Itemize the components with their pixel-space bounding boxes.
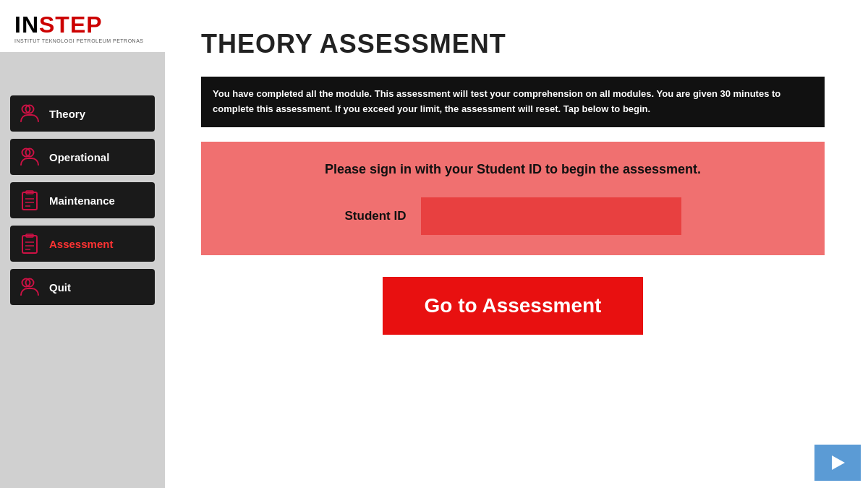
sidebar-item-label-maintenance: Maintenance <box>49 194 115 207</box>
logo-step: STEP <box>39 12 103 38</box>
sidebar: INSTEP Institut Teknologi Petroleum Petr… <box>0 0 165 488</box>
clipboard-icon-maintenance <box>17 188 42 213</box>
sidebar-item-quit[interactable]: Quit <box>10 269 155 305</box>
person-icon <box>17 101 42 126</box>
svg-rect-4 <box>22 192 37 210</box>
clipboard-icon-assessment <box>17 231 42 256</box>
sidebar-item-assessment[interactable]: Assessment <box>10 226 155 262</box>
main-content: THEORY ASSESSMENT You have completed all… <box>165 0 868 488</box>
signin-prompt: Please sign in with your Student ID to b… <box>223 162 803 177</box>
logo-area: INSTEP Institut Teknologi Petroleum Petr… <box>0 0 165 52</box>
logo: INSTEP <box>14 13 103 36</box>
logo-subtitle: Institut Teknologi Petroleum Petronas <box>14 38 144 43</box>
student-id-row: Student ID <box>223 197 803 235</box>
logo-in: IN <box>14 12 39 38</box>
page-title: THEORY ASSESSMENT <box>201 29 825 59</box>
next-arrow-button[interactable] <box>814 445 861 481</box>
nav-menu: Theory Operational <box>0 52 165 305</box>
sidebar-item-maintenance[interactable]: Maintenance <box>10 182 155 218</box>
signin-panel: Please sign in with your Student ID to b… <box>201 142 825 255</box>
sidebar-item-label-operational: Operational <box>49 151 109 163</box>
student-id-label: Student ID <box>345 209 407 223</box>
person-icon-quit <box>17 275 42 299</box>
student-id-input[interactable] <box>421 197 681 235</box>
sidebar-item-label-theory: Theory <box>49 108 85 120</box>
svg-marker-16 <box>832 455 845 470</box>
sidebar-item-label-assessment: Assessment <box>49 238 113 250</box>
svg-rect-9 <box>22 236 37 253</box>
person-icon-operational <box>17 145 42 169</box>
sidebar-item-theory[interactable]: Theory <box>10 95 155 132</box>
go-to-assessment-button[interactable]: Go to Assessment <box>383 277 643 335</box>
sidebar-item-label-quit: Quit <box>49 281 71 294</box>
info-box: You have completed all the module. This … <box>201 77 825 127</box>
sidebar-item-operational[interactable]: Operational <box>10 139 155 175</box>
